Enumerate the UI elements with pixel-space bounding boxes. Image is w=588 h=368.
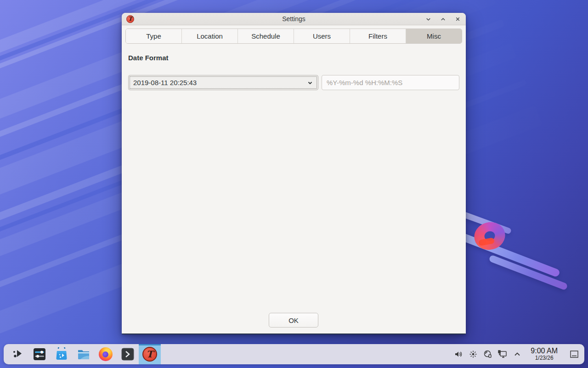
system-tray: 9:00 AM 1/23/26 [453,347,582,361]
dropdown-selected-value: 2019-08-11 20:25:43 [133,79,197,86]
minimize-icon[interactable] [424,15,432,23]
tab-users[interactable]: Users [294,29,350,43]
firefox-icon [99,347,113,361]
clock-time: 9:00 AM [531,347,558,355]
tab-schedule[interactable]: Schedule [238,29,294,43]
maximize-icon[interactable] [439,15,447,23]
system-settings-icon [33,347,46,361]
taskbar-panel: T [4,344,584,364]
timeshift-icon: T [142,347,157,362]
date-format-label: Date Format [128,54,459,62]
ok-button[interactable]: OK [269,313,318,328]
settings-window: T Settings Type Location Schedule Users … [122,13,466,334]
digital-clock[interactable]: 9:00 AM 1/23/26 [527,347,561,361]
tab-misc[interactable]: Misc [406,29,462,43]
app-launcher-button[interactable] [6,344,28,364]
task-dolphin[interactable] [73,344,95,364]
volume-icon[interactable] [453,349,464,359]
task-discover[interactable] [51,344,73,364]
expand-tray-icon[interactable] [512,349,522,359]
app-launcher-icon [11,347,24,361]
custom-format-input[interactable] [322,75,459,90]
task-system-settings[interactable] [28,344,51,364]
show-desktop-button[interactable] [569,349,580,360]
show-desktop-icon [570,350,579,358]
close-icon[interactable] [454,15,461,23]
task-konsole[interactable] [117,344,139,364]
tab-filters[interactable]: Filters [350,29,406,43]
date-format-dropdown[interactable]: 2019-08-11 20:25:43 [128,75,318,90]
disc-devices-icon[interactable] [483,349,493,359]
task-firefox[interactable] [95,344,117,364]
clock-date: 1/23/26 [531,355,558,361]
tab-location[interactable]: Location [182,29,238,43]
discover-icon [55,347,68,361]
window-title: Settings [122,15,466,23]
display-connect-icon[interactable] [498,349,508,359]
dolphin-icon [77,347,90,361]
titlebar[interactable]: T Settings [122,13,466,25]
wallpaper-tube [457,231,560,277]
task-timeshift-active[interactable]: T [139,344,161,364]
brightness-icon[interactable] [468,349,478,359]
tab-bar: Type Location Schedule Users Filters Mis… [125,29,462,44]
chevron-down-icon [307,80,313,86]
tab-type[interactable]: Type [126,29,182,43]
konsole-icon [121,347,135,361]
misc-tab-content: Date Format 2019-08-11 20:25:43 [122,54,466,90]
